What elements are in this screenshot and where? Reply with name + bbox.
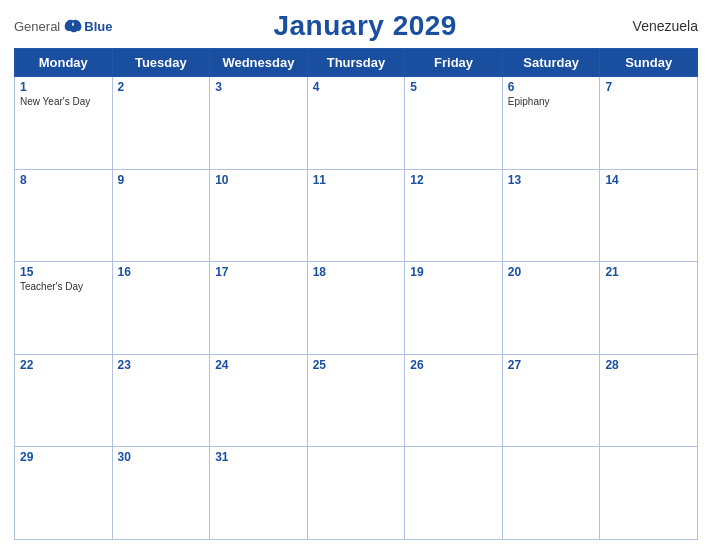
calendar-cell: 24 (210, 354, 308, 447)
day-number: 18 (313, 265, 400, 279)
holiday-label: Teacher's Day (20, 281, 107, 292)
calendar-cell: 2 (112, 77, 210, 170)
logo-general-text: General (14, 19, 60, 34)
day-number: 4 (313, 80, 400, 94)
calendar-cell: 10 (210, 169, 308, 262)
country-label: Venezuela (618, 18, 698, 34)
calendar-cell (600, 447, 698, 540)
calendar-cell: 11 (307, 169, 405, 262)
day-number: 20 (508, 265, 595, 279)
day-number: 3 (215, 80, 302, 94)
calendar-cell (502, 447, 600, 540)
calendar-title: January 2029 (273, 10, 456, 41)
day-number: 27 (508, 358, 595, 372)
calendar-cell: 20 (502, 262, 600, 355)
day-number: 14 (605, 173, 692, 187)
calendar-cell: 1New Year's Day (15, 77, 113, 170)
calendar-week-row: 293031 (15, 447, 698, 540)
calendar-week-row: 22232425262728 (15, 354, 698, 447)
calendar-cell: 22 (15, 354, 113, 447)
holiday-label: Epiphany (508, 96, 595, 107)
logo-blue-text: Blue (84, 19, 112, 34)
calendar-cell: 26 (405, 354, 503, 447)
calendar-cell: 27 (502, 354, 600, 447)
calendar-cell: 29 (15, 447, 113, 540)
calendar-cell: 16 (112, 262, 210, 355)
calendar-cell: 19 (405, 262, 503, 355)
day-number: 28 (605, 358, 692, 372)
weekday-header-thursday: Thursday (307, 49, 405, 77)
day-number: 16 (118, 265, 205, 279)
calendar-header: General Blue January 2029 Venezuela (14, 10, 698, 42)
day-number: 31 (215, 450, 302, 464)
weekday-header-sunday: Sunday (600, 49, 698, 77)
calendar-cell: 3 (210, 77, 308, 170)
day-number: 7 (605, 80, 692, 94)
day-number: 5 (410, 80, 497, 94)
weekday-header-row: MondayTuesdayWednesdayThursdayFridaySatu… (15, 49, 698, 77)
calendar-cell: 4 (307, 77, 405, 170)
calendar-table: MondayTuesdayWednesdayThursdayFridaySatu… (14, 48, 698, 540)
calendar-page: General Blue January 2029 Venezuela Mond… (0, 0, 712, 550)
calendar-cell: 5 (405, 77, 503, 170)
calendar-cell (405, 447, 503, 540)
day-number: 12 (410, 173, 497, 187)
day-number: 24 (215, 358, 302, 372)
calendar-cell: 15Teacher's Day (15, 262, 113, 355)
weekday-header-monday: Monday (15, 49, 113, 77)
day-number: 30 (118, 450, 205, 464)
calendar-cell: 9 (112, 169, 210, 262)
day-number: 2 (118, 80, 205, 94)
day-number: 9 (118, 173, 205, 187)
calendar-cell: 7 (600, 77, 698, 170)
calendar-cell: 25 (307, 354, 405, 447)
weekday-header-tuesday: Tuesday (112, 49, 210, 77)
calendar-cell: 8 (15, 169, 113, 262)
day-number: 25 (313, 358, 400, 372)
calendar-cell: 31 (210, 447, 308, 540)
calendar-cell: 17 (210, 262, 308, 355)
logo-bird-icon (64, 18, 82, 34)
calendar-cell: 18 (307, 262, 405, 355)
day-number: 11 (313, 173, 400, 187)
calendar-cell: 21 (600, 262, 698, 355)
weekday-header-saturday: Saturday (502, 49, 600, 77)
day-number: 6 (508, 80, 595, 94)
day-number: 26 (410, 358, 497, 372)
day-number: 15 (20, 265, 107, 279)
calendar-week-row: 15Teacher's Day161718192021 (15, 262, 698, 355)
day-number: 1 (20, 80, 107, 94)
calendar-week-row: 891011121314 (15, 169, 698, 262)
day-number: 10 (215, 173, 302, 187)
calendar-title-block: January 2029 (112, 10, 618, 42)
calendar-cell: 12 (405, 169, 503, 262)
calendar-cell: 30 (112, 447, 210, 540)
calendar-week-row: 1New Year's Day23456Epiphany7 (15, 77, 698, 170)
calendar-cell (307, 447, 405, 540)
weekday-header-friday: Friday (405, 49, 503, 77)
day-number: 19 (410, 265, 497, 279)
day-number: 13 (508, 173, 595, 187)
day-number: 22 (20, 358, 107, 372)
holiday-label: New Year's Day (20, 96, 107, 107)
calendar-cell: 14 (600, 169, 698, 262)
calendar-cell: 6Epiphany (502, 77, 600, 170)
day-number: 21 (605, 265, 692, 279)
calendar-cell: 23 (112, 354, 210, 447)
logo: General Blue (14, 18, 112, 34)
calendar-cell: 13 (502, 169, 600, 262)
day-number: 8 (20, 173, 107, 187)
day-number: 23 (118, 358, 205, 372)
day-number: 29 (20, 450, 107, 464)
day-number: 17 (215, 265, 302, 279)
calendar-cell: 28 (600, 354, 698, 447)
weekday-header-wednesday: Wednesday (210, 49, 308, 77)
